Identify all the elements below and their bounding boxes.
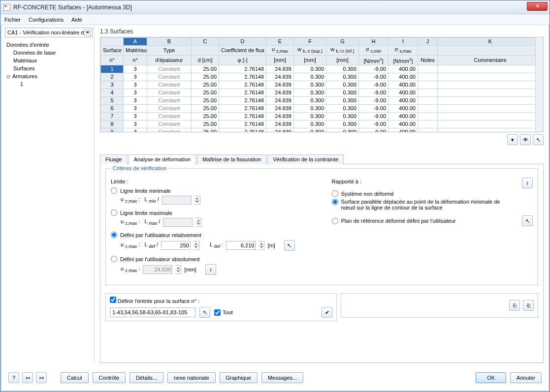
- lmax-spinner: [195, 218, 201, 227]
- tab-body: Critères de vérification Limite : Ligne …: [100, 164, 544, 363]
- left-panel: CA1 - Vérification non-linéaire du Donné…: [3, 26, 95, 363]
- rapporte-column: Rapporté à : i Système non déformé Surfa…: [332, 178, 533, 280]
- table-row[interactable]: 83Constant25.002.7614824.8390.3000.300-9…: [101, 120, 543, 128]
- uzmax-abs-input: 24.839: [143, 265, 172, 274]
- menu-config[interactable]: Configurations: [29, 17, 64, 23]
- lmin-spinner: [194, 196, 200, 205]
- pick-button[interactable]: ↖: [533, 134, 544, 145]
- col-J[interactable]: J: [418, 38, 438, 46]
- limite-label: Limite :: [111, 179, 312, 184]
- pick-surfaces-button[interactable]: ↖: [199, 307, 210, 318]
- col-F[interactable]: F: [294, 38, 326, 46]
- menubar: Fichier Configurations Aide: [0, 14, 550, 25]
- radio-surface-parallele[interactable]: [332, 199, 338, 205]
- lmax-input: [163, 218, 193, 227]
- table-row[interactable]: 13Constant25.002.7614824.8390.3000.300-9…: [101, 65, 543, 73]
- group-legend: Critères de vérification: [111, 165, 168, 171]
- next-page-button[interactable]: ↦: [36, 372, 47, 383]
- titlebar: RF-CONCRETE Surfaces - [Autorimessa 3D] …: [0, 0, 550, 14]
- criteres-group: Critères de vérification Limite : Ligne …: [105, 168, 538, 285]
- col-G[interactable]: G: [326, 38, 359, 46]
- tree-root[interactable]: Données d'entrée: [6, 41, 91, 49]
- table-scrollbar[interactable]: [535, 37, 543, 132]
- ldef-ratio-spinner[interactable]: [194, 241, 199, 250]
- tab-fluage[interactable]: Fluage: [100, 154, 128, 164]
- surfaces-table: A B C D E F G H I J K: [100, 37, 544, 132]
- prev-page-button[interactable]: ↤: [22, 372, 33, 383]
- radio-user-absolute[interactable]: [111, 256, 117, 262]
- tree-armatures-1[interactable]: 1: [6, 80, 91, 88]
- window: RF-CONCRETE Surfaces - [Autorimessa 3D] …: [0, 0, 550, 392]
- col-C[interactable]: C: [192, 38, 219, 46]
- client-area: CA1 - Vérification non-linéaire du Donné…: [3, 26, 547, 389]
- table-row[interactable]: 93Constant25.002.7614824.8390.3000.300-9…: [101, 128, 543, 132]
- app-icon: [3, 4, 10, 11]
- table-row[interactable]: 53Constant25.002.7614824.8390.3000.300-9…: [101, 96, 543, 104]
- col-H[interactable]: H: [359, 38, 388, 46]
- help-button[interactable]: ?: [8, 372, 19, 383]
- radio-sys-non-deforme[interactable]: [332, 190, 338, 197]
- tree-materiaux[interactable]: Matériaux: [6, 57, 91, 64]
- nexe-button[interactable]: nexe nationale: [167, 372, 216, 383]
- table-row[interactable]: 73Constant25.002.7614824.8390.3000.300-9…: [101, 112, 543, 120]
- menu-file[interactable]: Fichier: [4, 17, 21, 23]
- copy-button[interactable]: ⎘: [509, 300, 520, 311]
- col-B[interactable]: B: [147, 38, 192, 46]
- messages-button[interactable]: Messages...: [261, 372, 303, 383]
- tree-donnees-base[interactable]: Données de base: [6, 49, 91, 57]
- col-K[interactable]: K: [438, 38, 543, 46]
- col-A[interactable]: A: [124, 38, 147, 46]
- case-combo-value: CA1 - Vérification non-linéaire du: [7, 30, 87, 35]
- close-button[interactable]: ✕: [527, 2, 548, 11]
- table-row[interactable]: 43Constant25.002.7614824.8390.3000.300-9…: [101, 89, 543, 96]
- apply-check-button[interactable]: ✔: [322, 307, 332, 318]
- calcul-button[interactable]: Calcul: [61, 372, 89, 383]
- pick-plan-button[interactable]: ↖: [522, 215, 533, 226]
- tree-armatures[interactable]: Armatures: [6, 72, 91, 80]
- table-row[interactable]: 33Constant25.002.7614824.8390.3000.300-9…: [101, 81, 543, 89]
- radio-ligne-max[interactable]: [111, 210, 117, 216]
- section-heading: 1.3 Surfaces: [97, 26, 547, 37]
- chevron-down-icon[interactable]: [84, 29, 91, 36]
- limite-column: Limite : Ligne limite minimale u z,max :…: [111, 178, 312, 280]
- window-title: RF-CONCRETE Surfaces - [Autorimessa 3D]: [13, 4, 132, 11]
- surface-range-input[interactable]: 1-43,54,56,58-63,65-81,83-105: [110, 307, 195, 317]
- tout-check[interactable]: [214, 309, 221, 316]
- table-row[interactable]: 23Constant25.002.7614824.8390.3000.300-9…: [101, 73, 543, 81]
- tab-analyse-deformation[interactable]: Analyse de déformation: [129, 154, 196, 164]
- radio-user-relative[interactable]: [111, 232, 117, 238]
- case-combo[interactable]: CA1 - Vérification non-linéaire du: [5, 28, 93, 37]
- radio-plan-reference[interactable]: [332, 218, 338, 224]
- content-area: 1.3 Surfaces A B C D: [97, 26, 547, 363]
- lmin-input: [162, 196, 192, 205]
- ldef-ratio-input[interactable]: 250: [161, 241, 191, 250]
- view-button[interactable]: 👁: [520, 134, 531, 145]
- tab-maitrise-fissuration[interactable]: Maîtrise de la fissuration: [197, 154, 266, 164]
- info-abs-button[interactable]: i: [205, 264, 216, 275]
- uzmax-abs-spinner: [175, 265, 181, 274]
- pick-ldef-button[interactable]: ↖: [284, 240, 295, 251]
- menu-help[interactable]: Aide: [71, 17, 82, 23]
- col-I[interactable]: I: [388, 38, 418, 46]
- col-E[interactable]: E: [266, 38, 294, 46]
- table-head2: n° n° d'épaisseur d [cm] φ [-] [mm] [mm]…: [101, 56, 543, 65]
- define-entry-check[interactable]: [110, 297, 116, 303]
- tab-verification-contrainte[interactable]: Vérification de la contrainte: [267, 154, 344, 164]
- details-button[interactable]: Détails...: [129, 372, 163, 383]
- controle-button[interactable]: Contrôle: [93, 372, 126, 383]
- filter-button[interactable]: ▾: [507, 134, 518, 145]
- ldef-value-input[interactable]: 6.210: [226, 241, 256, 250]
- radio-ligne-min[interactable]: [111, 187, 117, 194]
- info-rapporte-button[interactable]: i: [522, 178, 533, 188]
- paste-button[interactable]: ⎗: [523, 300, 534, 311]
- ldef-value-spinner[interactable]: [259, 241, 264, 250]
- table-head1: Surface Matériau Type Coefficient de flu…: [101, 46, 543, 56]
- side-actions-box: ⎘ ⎗: [341, 293, 538, 318]
- tabs: Fluage Analyse de déformation Maîtrise d…: [100, 154, 544, 363]
- annuler-button[interactable]: Annuler: [510, 372, 542, 383]
- col-D[interactable]: D: [219, 38, 266, 46]
- tree-surfaces[interactable]: Surfaces: [6, 64, 91, 72]
- table-row[interactable]: 63Constant25.002.7614824.8390.3000.300-9…: [101, 104, 543, 112]
- graphique-button[interactable]: Graphique: [220, 372, 258, 383]
- ok-button[interactable]: OK: [476, 372, 506, 383]
